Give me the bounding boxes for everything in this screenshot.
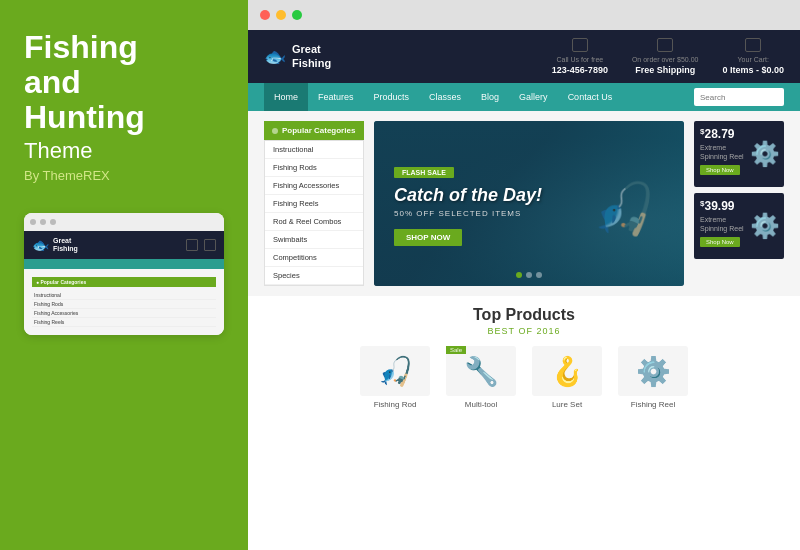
mini-dot-2 [40,219,46,225]
left-panel: FishingandHunting Theme By ThemeREX 🐟 Gr… [0,0,248,550]
mini-cat-item: Fishing Reels [32,318,216,327]
browser-dot-green [292,10,302,20]
product-thumb-img-3: 🪝 [532,346,602,396]
cat-list: Instructional Fishing Rods Fishing Acces… [264,140,364,286]
site-nav: Home Features Products Classes Blog Gall… [248,83,800,111]
product-price-1: $28.79 [700,127,778,141]
cat-item-instructional[interactable]: Instructional [265,141,363,159]
cat-header: Popular Categories [264,121,364,140]
hero-dot-2[interactable] [526,272,532,278]
product-card-1: $28.79 ExtremeSpinning Reel Shop Now ⚙️ [694,121,784,187]
cat-item-swimbaits[interactable]: Swimbaits [265,231,363,249]
site-header: 🐟 Great Fishing Call Us for free 123-456… [248,30,800,83]
mini-dot-3 [50,219,56,225]
search-input[interactable] [694,88,784,106]
hero-dot-3[interactable] [536,272,542,278]
site-main: Popular Categories Instructional Fishing… [248,111,800,296]
reel-icon-2: ⚙️ [750,212,780,240]
site-logo: 🐟 Great Fishing [264,43,331,69]
mini-icon-user [204,239,216,251]
cat-header-dot [272,128,278,134]
cat-item-combos[interactable]: Rod & Reel Combos [265,213,363,231]
cat-item-reels[interactable]: Fishing Reels [265,195,363,213]
product-card-2: $39.99 ExtremeSpinning Reel Shop Now ⚙️ [694,193,784,259]
cart-info: Your Cart: 0 Items - $0.00 [722,38,784,75]
fish-logo-icon: 🐟 [264,46,286,68]
nav-item-classes[interactable]: Classes [419,83,471,111]
product-thumb-3: 🪝 Lure Set [532,346,602,409]
left-title: FishingandHunting [24,30,224,136]
product-shop-btn-1[interactable]: Shop Now [700,165,740,175]
bottom-section: Top Products BEST OF 2016 🎣 Fishing Rod … [248,296,800,419]
product-shop-btn-2[interactable]: Shop Now [700,237,740,247]
product-thumb-name-3: Lure Set [552,400,582,409]
hero-dot-1[interactable] [516,272,522,278]
mini-header-icons [186,239,216,251]
top-products-title: Top Products [264,306,784,324]
mini-logo-text: GreatFishing [53,237,78,254]
mini-cat-item: Instructional [32,291,216,300]
mini-dot-1 [30,219,36,225]
product-thumb-2: Sale 🔧 Multi-tool [446,346,516,409]
nav-item-blog[interactable]: Blog [471,83,509,111]
product-thumb-4: ⚙️ Fishing Reel [618,346,688,409]
product-thumb-1: 🎣 Fishing Rod [360,346,430,409]
mini-cat-item: Fishing Accessories [32,309,216,318]
top-products-subtitle: BEST OF 2016 [264,326,784,336]
mini-body: ● Popular Categories Instructional Fishi… [24,269,224,335]
left-subtitle: Theme [24,138,224,164]
product-cards-col: $28.79 ExtremeSpinning Reel Shop Now ⚙️ … [694,121,784,286]
truck-icon [657,38,673,52]
browser-titlebar [248,0,800,30]
mini-fish-icon: 🐟 [32,237,49,253]
browser-dot-yellow [276,10,286,20]
mini-content: 🐟 GreatFishing ● Popular Categories Inst… [24,231,224,336]
header-info: Call Us for free 123-456-7890 On order o… [552,38,784,75]
mini-nav [24,259,224,269]
mini-browser-preview: 🐟 GreatFishing ● Popular Categories Inst… [24,213,224,336]
shop-now-button[interactable]: SHOP NOW [394,229,462,246]
hero-banner: FLASH SALE Catch of the Day! 50% OFF SEL… [374,121,684,286]
hero-dots [516,272,542,278]
product-thumb-name-4: Fishing Reel [631,400,675,409]
right-panel: 🐟 Great Fishing Call Us for free 123-456… [248,0,800,550]
mini-titlebar [24,213,224,231]
product-thumb-name-1: Fishing Rod [374,400,417,409]
cat-item-competitions[interactable]: Competitions [265,249,363,267]
products-row: 🎣 Fishing Rod Sale 🔧 Multi-tool 🪝 Lure S… [264,346,784,409]
sale-badge: Sale [446,346,466,354]
nav-item-gallery[interactable]: Gallery [509,83,558,111]
browser-content: 🐟 Great Fishing Call Us for free 123-456… [248,30,800,550]
nav-item-features[interactable]: Features [308,83,364,111]
shipping-info: On order over $50.00 Free Shipping [632,38,699,75]
reel-icon-1: ⚙️ [750,140,780,168]
nav-item-contact[interactable]: Contact Us [558,83,623,111]
browser-dot-red [260,10,270,20]
product-thumb-img-4: ⚙️ [618,346,688,396]
cat-item-rods[interactable]: Fishing Rods [265,159,363,177]
product-thumb-name-2: Multi-tool [465,400,497,409]
mini-cat-item: Fishing Rods [32,300,216,309]
categories-sidebar: Popular Categories Instructional Fishing… [264,121,364,286]
left-by: By ThemeREX [24,168,224,183]
cat-item-accessories[interactable]: Fishing Accessories [265,177,363,195]
cat-item-species[interactable]: Species [265,267,363,285]
phone-icon [572,38,588,52]
mini-popular-label: ● Popular Categories [32,277,216,287]
mini-logo-area: 🐟 GreatFishing [32,237,78,254]
cart-icon [745,38,761,52]
nav-item-products[interactable]: Products [364,83,420,111]
product-thumb-img-1: 🎣 [360,346,430,396]
flash-sale-badge: FLASH SALE [394,167,454,178]
call-info: Call Us for free 123-456-7890 [552,38,608,75]
mini-icon-cart [186,239,198,251]
nav-item-home[interactable]: Home [264,83,308,111]
mini-header: 🐟 GreatFishing [24,231,224,260]
site-logo-text: Great Fishing [292,43,331,69]
product-price-2: $39.99 [700,199,778,213]
